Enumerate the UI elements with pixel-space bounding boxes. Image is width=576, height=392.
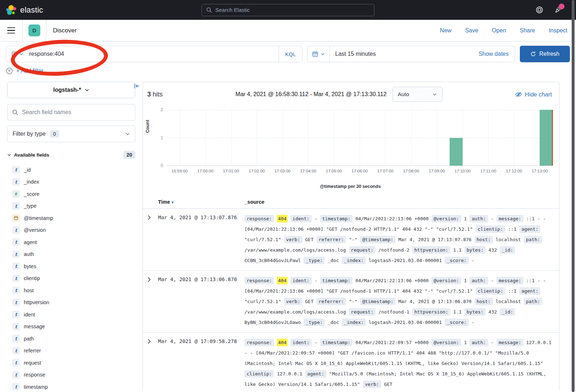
field-item-host[interactable]: thost bbox=[7, 284, 135, 297]
source-value: 04/Mar/2021:22:13:06 +0000 bbox=[355, 216, 429, 221]
field-item-referrer[interactable]: treferrer bbox=[7, 345, 135, 357]
time-range-value[interactable]: Last 15 minutes bbox=[330, 51, 478, 57]
interval-select[interactable]: Auto bbox=[392, 87, 442, 102]
field-name: message bbox=[24, 324, 45, 329]
available-fields-header[interactable]: Available fields 20 bbox=[7, 151, 135, 159]
string-type-icon: t bbox=[12, 262, 20, 270]
query-input[interactable]: response:404 bbox=[28, 51, 279, 57]
string-type-icon: t bbox=[12, 226, 20, 234]
field-item-_index[interactable]: t_index bbox=[7, 176, 135, 188]
source-value: - bbox=[491, 278, 494, 283]
date-quick-select[interactable] bbox=[307, 46, 330, 62]
field-item-_score[interactable]: #_score bbox=[7, 188, 135, 200]
field-item-_type[interactable]: t_type bbox=[7, 200, 135, 212]
add-filter-button[interactable]: + Add filter bbox=[16, 68, 44, 74]
nav-action-inspect[interactable]: Inspect bbox=[549, 27, 567, 34]
field-item-auth[interactable]: tauth bbox=[7, 248, 135, 261]
gridline bbox=[167, 138, 553, 138]
index-pattern-select[interactable]: logstash-* bbox=[7, 82, 135, 98]
nav-action-new[interactable]: New bbox=[440, 27, 451, 34]
source-value: ::1 bbox=[508, 226, 516, 232]
source-value: - bbox=[472, 258, 474, 263]
saved-query-menu[interactable] bbox=[6, 51, 28, 57]
date-picker: Last 15 minutes Show dates bbox=[307, 46, 515, 62]
elastic-brand[interactable]: elastic bbox=[6, 5, 43, 15]
expand-row-icon[interactable] bbox=[147, 337, 158, 389]
source-value: CCBN_3cB04dGovJLPawl bbox=[244, 258, 301, 263]
field-item-agent[interactable]: tagent bbox=[7, 236, 135, 248]
date-type-icon bbox=[12, 214, 20, 222]
query-input-box[interactable]: response:404 KQL bbox=[6, 46, 302, 62]
collapse-sidebar-icon[interactable] bbox=[134, 83, 140, 89]
show-dates-button[interactable]: Show dates bbox=[478, 51, 515, 57]
help-icon[interactable] bbox=[536, 6, 543, 14]
global-search-input[interactable] bbox=[215, 7, 370, 13]
field-search-box[interactable] bbox=[7, 104, 135, 121]
chevron-down-icon bbox=[19, 52, 23, 56]
current-time-marker bbox=[552, 110, 553, 166]
time-column-header[interactable]: Time▾ bbox=[158, 199, 244, 205]
expand-row-icon[interactable] bbox=[147, 213, 158, 266]
page-title: Discover bbox=[53, 27, 77, 34]
newsfeed-icon[interactable] bbox=[554, 6, 562, 14]
field-item-response[interactable]: tresponse bbox=[7, 369, 135, 381]
scrollbar[interactable] bbox=[572, 0, 575, 392]
nav-action-open[interactable]: Open bbox=[492, 27, 506, 34]
nav-action-share[interactable]: Share bbox=[520, 27, 535, 34]
histogram-bar-17:09:30[interactable] bbox=[450, 138, 463, 166]
source-field-badge: _score: bbox=[445, 257, 469, 264]
field-item-_id[interactable]: t_id bbox=[7, 164, 135, 176]
filter-funnel-icon[interactable] bbox=[6, 67, 13, 75]
source-field-badge: _type: bbox=[303, 319, 325, 326]
field-item-message[interactable]: tmessage bbox=[7, 321, 135, 333]
calendar-icon bbox=[312, 51, 318, 57]
source-field-badge: httpversion: bbox=[412, 308, 450, 316]
space-avatar[interactable]: D bbox=[28, 24, 40, 36]
field-search-input[interactable] bbox=[22, 109, 130, 116]
row-source: response: 404 ident: - timestamp: 04/Mar… bbox=[244, 337, 552, 389]
field-item-version[interactable]: t@version bbox=[7, 224, 135, 236]
chevron-down-icon bbox=[7, 153, 11, 157]
field-item-clientip[interactable]: tclientip bbox=[7, 272, 135, 285]
hide-chart-button[interactable]: Hide chart bbox=[515, 91, 552, 98]
source-field-badge: _id: bbox=[500, 246, 515, 254]
filter-by-type[interactable]: Filter by type 0 bbox=[7, 126, 135, 142]
global-search-box[interactable] bbox=[202, 4, 374, 16]
histogram-bar-17:13:00[interactable] bbox=[540, 110, 553, 166]
expand-row-icon[interactable] bbox=[147, 275, 158, 328]
field-item-path[interactable]: tpath bbox=[7, 333, 135, 345]
source-field-badge: _type: bbox=[303, 257, 325, 264]
nav-action-save[interactable]: Save bbox=[465, 27, 478, 34]
string-type-icon: t bbox=[12, 311, 20, 318]
field-item-httpversion[interactable]: thttpversion bbox=[7, 297, 135, 309]
refresh-button[interactable]: Refresh bbox=[520, 46, 570, 62]
histogram-chart[interactable]: Count 16:59:0017:00:0017:01:0017:02:0017… bbox=[144, 107, 556, 189]
source-value: /var/www/example.com/logs/access.log bbox=[244, 309, 346, 315]
query-language-button[interactable]: KQL bbox=[279, 46, 302, 62]
source-field-badge: response: bbox=[244, 339, 274, 346]
source-value: "-" bbox=[349, 237, 357, 242]
field-name: _type bbox=[24, 203, 36, 209]
menu-button[interactable] bbox=[6, 27, 22, 34]
field-item-request[interactable]: trequest bbox=[7, 357, 135, 369]
chevron-down-icon bbox=[125, 132, 130, 136]
highlighted-value: 404 bbox=[277, 215, 287, 222]
string-type-icon: t bbox=[12, 383, 20, 390]
source-field-badge: response: bbox=[244, 215, 274, 222]
source-value: 1.1 bbox=[453, 247, 462, 253]
source-value: "curl/7.52.1" bbox=[244, 299, 281, 304]
field-item-timestamp[interactable]: @timestamp bbox=[7, 212, 135, 224]
field-name: _index bbox=[24, 179, 39, 185]
source-field-badge: httpversion: bbox=[412, 246, 450, 254]
number-type-icon: # bbox=[12, 190, 20, 198]
source-field-badge: host: bbox=[474, 236, 493, 243]
string-type-icon: t bbox=[12, 287, 20, 294]
source-field-badge: _index: bbox=[342, 257, 366, 264]
field-item-timestamp[interactable]: ttimestamp bbox=[7, 381, 135, 390]
source-field-badge: ident: bbox=[291, 277, 312, 284]
elastic-logo-icon bbox=[6, 5, 17, 15]
source-field-badge: @version: bbox=[431, 277, 461, 284]
field-item-ident[interactable]: tident bbox=[7, 308, 135, 321]
field-item-bytes[interactable]: tbytes bbox=[7, 260, 135, 272]
source-field-badge: auth: bbox=[469, 277, 488, 284]
